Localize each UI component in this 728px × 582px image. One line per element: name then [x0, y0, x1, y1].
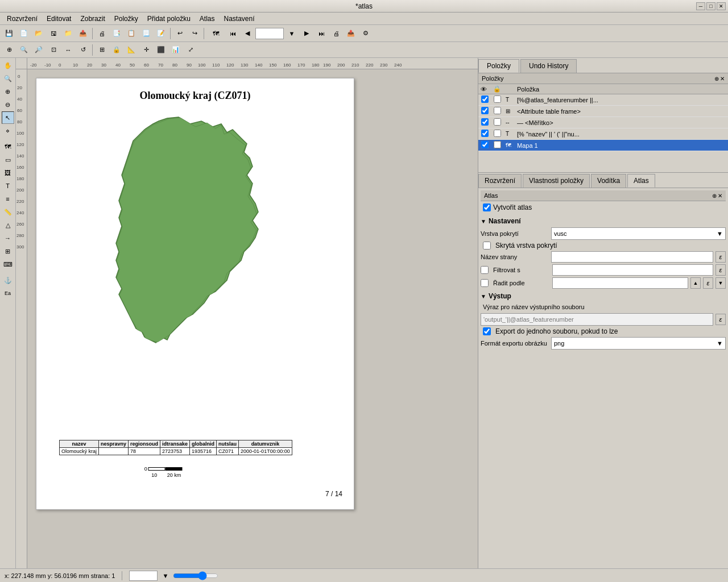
minimize-button[interactable]: ─ — [696, 2, 705, 10]
add-shape-tool[interactable]: △ — [2, 219, 14, 231]
menu-pridat-polozku[interactable]: Přidat položku — [143, 14, 195, 24]
add-north-tool[interactable]: ⚓ — [2, 274, 14, 286]
atlas-page-dropdown[interactable]: ▼ — [285, 27, 299, 40]
menu-zobrazit[interactable]: Zobrazit — [76, 14, 109, 24]
tab-undo-history[interactable]: Undo History — [520, 59, 577, 73]
vis-check[interactable] — [481, 95, 489, 103]
menu-editovat[interactable]: Editovat — [42, 14, 76, 24]
folder-button[interactable]: 📁 — [61, 27, 75, 40]
nazev-epsilon-btn[interactable]: ε — [715, 251, 726, 263]
tab-rozvreni[interactable]: Rozvržení — [478, 174, 522, 188]
zoom-out-tool[interactable]: ⊖ — [2, 98, 14, 111]
zoom-out-button[interactable]: 🔎 — [32, 43, 46, 57]
save-button[interactable]: 💾 — [2, 27, 16, 40]
atlas-settings-button[interactable]: 🗺 — [206, 27, 225, 40]
add-3dmap-tool[interactable]: ▭ — [2, 153, 14, 166]
pan-tool[interactable]: ✋ — [2, 59, 14, 72]
snap-button[interactable]: 🔒 — [110, 43, 123, 57]
resize-button[interactable]: ⤢ — [184, 43, 197, 57]
open-button[interactable]: 📂 — [32, 27, 46, 40]
atlas-first-button[interactable]: ⏮ — [226, 27, 239, 40]
vis-check[interactable] — [481, 107, 489, 114]
lock-check[interactable] — [494, 95, 501, 103]
panel-icon2[interactable]: ✕ — [720, 76, 725, 82]
add-image-tool[interactable]: 🖼 — [2, 167, 14, 179]
select-tool[interactable]: ↖ — [2, 111, 14, 124]
atlas-next-button[interactable]: ▶ — [300, 27, 313, 40]
lock-check[interactable] — [494, 141, 501, 148]
export4-button[interactable]: 📃 — [139, 27, 153, 40]
menu-rozvreni[interactable]: Rozvržení — [2, 14, 42, 24]
add-arrow-tool[interactable]: → — [2, 232, 14, 244]
zoom-tool[interactable]: 🔍 — [2, 72, 14, 85]
menu-polozky[interactable]: Položky — [110, 14, 143, 24]
atlas-export-button[interactable]: 📤 — [344, 27, 358, 40]
align-button[interactable]: ⬛ — [154, 43, 168, 57]
filtrovat-epsilon-btn[interactable]: ε — [715, 264, 726, 276]
zoom-in-tool[interactable]: ⊕ — [2, 85, 14, 98]
tab-atlas[interactable]: Atlas — [627, 174, 655, 188]
nastaveni-arrow[interactable]: ▼ — [481, 218, 486, 225]
vis-check[interactable] — [481, 130, 489, 137]
filtrovat-checkbox[interactable] — [481, 266, 489, 274]
export-button[interactable]: 📤 — [76, 27, 90, 40]
add-html-tool[interactable]: ⌨ — [2, 258, 14, 271]
tab-voditka[interactable]: Vodítka — [591, 174, 626, 188]
export3-button[interactable]: 📋 — [125, 27, 138, 40]
export-checkbox[interactable] — [483, 327, 491, 335]
cell-vis[interactable] — [478, 128, 491, 140]
table-row[interactable]: -- — <Měřítko> — [478, 117, 728, 128]
atlas-last-button[interactable]: ⏭ — [315, 27, 328, 40]
cell-vis[interactable] — [478, 140, 491, 151]
cell-lock[interactable] — [491, 106, 503, 117]
export2-button[interactable]: 📑 — [110, 27, 123, 40]
atlas-prev-button[interactable]: ◀ — [241, 27, 254, 40]
print-button[interactable]: 🖨 — [95, 27, 109, 40]
cell-vis[interactable] — [478, 94, 491, 106]
zoom-in-button[interactable]: 🔍 — [17, 43, 31, 57]
filtrovat-input[interactable] — [552, 264, 713, 276]
grid-button[interactable]: ⊞ — [95, 43, 109, 57]
guide-button[interactable]: 📐 — [125, 43, 138, 57]
format-dropdown[interactable]: png ▼ — [551, 337, 726, 350]
table-row[interactable]: T [%@atlas_featurenumber ||... — [478, 94, 728, 106]
menu-atlas[interactable]: Atlas — [195, 14, 220, 24]
add-table-tool[interactable]: ⊞ — [2, 245, 14, 257]
vis-check[interactable] — [481, 141, 489, 148]
zoom-slider[interactable] — [173, 571, 218, 580]
maximize-button[interactable]: □ — [706, 2, 715, 10]
cell-vis[interactable] — [478, 117, 491, 128]
smart-guide-button[interactable]: ✛ — [139, 43, 153, 57]
add-scalebar-tool[interactable]: 📏 — [2, 206, 14, 218]
zoom-page-button[interactable]: ⊡ — [47, 43, 60, 57]
vystup-arrow[interactable]: ▼ — [481, 293, 486, 300]
vyraz-input[interactable] — [481, 313, 713, 326]
add-map-tool[interactable]: 🗺 — [2, 140, 14, 153]
nazev-strany-input[interactable] — [551, 251, 713, 263]
cell-lock[interactable] — [491, 128, 503, 140]
atlas-icon2[interactable]: ✕ — [718, 193, 722, 199]
zoom-input[interactable]: 69.0% — [129, 571, 158, 581]
radit-down-btn[interactable]: ▼ — [715, 277, 726, 289]
table-row[interactable]: T [% "nazev" || ' (' ||"nu... — [478, 128, 728, 140]
refresh-button[interactable]: ↺ — [76, 43, 90, 57]
canvas-area[interactable]: -20 -10 0 10 20 30 40 50 60 70 80 90 100… — [16, 58, 478, 568]
tab-polozky[interactable]: Položky — [478, 59, 519, 73]
zoom-width-button[interactable]: ↔ — [61, 43, 75, 57]
vrstva-dropdown[interactable]: vusc ▼ — [551, 227, 726, 240]
radit-checkbox[interactable] — [481, 279, 489, 287]
menu-nastaveni[interactable]: Nastavení — [220, 14, 259, 24]
lock-check[interactable] — [494, 130, 501, 137]
vis-check[interactable] — [481, 118, 489, 126]
vytvorit-checkbox[interactable] — [483, 203, 491, 211]
lock-check[interactable] — [494, 107, 501, 114]
export5-button[interactable]: 📝 — [154, 27, 168, 40]
ea-tool[interactable]: Ea — [2, 287, 14, 300]
add-label-tool[interactable]: T — [2, 180, 14, 192]
radit-epsilon-btn[interactable]: ε — [703, 277, 713, 289]
new-button[interactable]: 📄 — [17, 27, 31, 40]
zoom-dropdown-icon[interactable]: ▼ — [162, 572, 168, 579]
atlas-print2-button[interactable]: 🖨 — [329, 27, 343, 40]
cell-lock[interactable] — [491, 117, 503, 128]
table-row[interactable]: 🗺 Mapa 1 — [478, 140, 728, 151]
